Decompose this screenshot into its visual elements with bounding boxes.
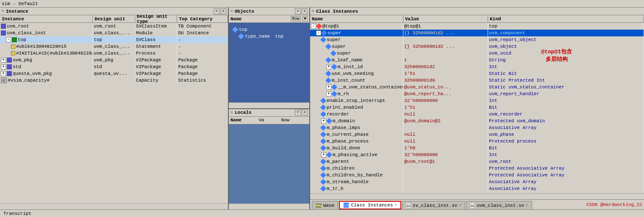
table-row[interactable]: #INITIAL#15(#ublk#130048228#15) uvm_clas… [0,50,228,57]
locals-col-header: Name Va Now [229,117,309,124]
objects-panel-btn-attach[interactable]: + [295,8,301,14]
tree-expand-plus[interactable]: + [321,118,326,124]
tree-expand-plus[interactable]: + [1,71,6,76]
unit-type: Module [135,30,178,36]
table-row[interactable]: print_enabled 1'h1 Bit [310,104,644,111]
design-unit: uvm_class_... [93,43,135,50]
top-category: Statistics [177,77,228,84]
ci-name: + m_inst_id [310,63,403,70]
objects-panel-btn-close[interactable]: × [302,8,308,14]
table-row[interactable]: super {} 32h000001d2 ... uvm_object [310,43,644,50]
table-row[interactable]: m_phase_process null Protected process [310,138,644,145]
table-row[interactable]: m_children Protected Associative Array [310,165,644,172]
tab-class-instances[interactable]: CI Class Instances × [339,201,401,209]
locals-panel-titlebar: ≡ Locals + × [229,109,309,117]
list-item[interactable]: type_name top [232,33,306,40]
tree-expand-minus[interactable]: - [311,24,316,29]
table-row[interactable]: m_children_by_handle Protected Associati… [310,172,644,179]
tree-expand-plus[interactable]: + [1,64,6,69]
table-row[interactable]: uvm_class_inst uvm_class_... Module DU I… [0,30,228,36]
ci-kind: Int [488,63,644,70]
table-row[interactable]: - @top@1 @top@1 top [310,23,644,30]
obj-name: type_name [245,34,270,39]
instance-panel-btn-attach[interactable]: + [214,8,219,14]
ci-name: super [310,43,403,50]
table-row[interactable]: m_phase_imps Associative Array [310,124,644,131]
tree-expand-minus[interactable]: - [316,30,321,36]
ci-kind: Associative Array [488,124,644,131]
locals-btn-attach[interactable]: + [295,110,301,115]
table-row[interactable]: + questa_uvm_pkg questa_uv... VIPackage … [0,70,228,77]
table-row[interactable]: use_uvm_seeding 1'h1 Static Bit [310,70,644,77]
objects-now-btn[interactable]: Now [291,16,301,22]
table-row[interactable]: enable_stop_interrupt 32'h00000000 Int [310,97,644,104]
ci-kind: uvm_phase [488,131,644,138]
locals-hscroll[interactable] [229,203,309,209]
ci-name: print_enabled [310,104,403,111]
objects-filter-btn[interactable]: ▼ [303,16,308,22]
table-row[interactable]: m_current_phase null uvm_phase [310,131,644,138]
obj-name: top [239,27,247,32]
table-row[interactable]: + std std VIPackage Package [0,63,228,70]
tree-expand-plus[interactable]: + [326,91,331,96]
instance-panel-btn-close[interactable]: × [220,8,226,14]
instance-column-header: Instance Design unit Design unit type To… [0,15,228,23]
tree-expand-plus[interactable]: + [326,85,331,90]
instance-name: C #vsim_capacity# [0,77,93,84]
table-row[interactable]: - top top SVClass - [0,36,228,43]
table-row[interactable]: + m_phasing_active 32'h00000000 Int [310,151,644,158]
ci-kind: Static Protected Int [488,77,644,84]
uvm-class-tab-close[interactable]: × [526,203,528,208]
class-instances-tab-close[interactable]: × [394,203,397,207]
tree-expand-plus[interactable]: + [321,152,326,157]
table-row[interactable]: recorder null uvm_recorder [310,111,644,118]
ci-name: - @top@1 [310,23,403,30]
table-row[interactable]: #ublk#130048228#15 uvm_class_... Stateme… [0,43,228,50]
locals-btn-close[interactable]: × [302,110,308,115]
ci-kind: Protected Associative Array [488,165,644,172]
ci-kind: Protected process [488,138,644,145]
tree-expand-plus[interactable]: + [1,58,6,63]
table-row[interactable]: m_inst_count 32h000001d9 Static Protecte… [310,77,644,84]
table-row[interactable]: + uvm_pkg uvm_pkg VIPackage Package [0,57,228,63]
objects-hscroll[interactable] [229,102,309,108]
ci-value: @top@1 [403,23,488,30]
instance-hscroll[interactable] [0,203,228,209]
watermark: CSDN @Hardworking_IC [586,202,642,207]
table-row[interactable]: + m_domain @uvm_domain@2 Protected uvm_d… [310,118,644,124]
instance-name: uvm_class_inst [0,30,93,36]
table-row[interactable]: + m_rh @uvm_report_ha... uvm_report_hand… [310,91,644,97]
sv-class-tab-close[interactable]: × [459,203,461,208]
tree-expand-plus[interactable]: + [326,64,331,69]
table-row[interactable]: + __m_uvm_status_container @uvm_status_c… [310,84,644,91]
tree-expand-minus[interactable]: - [6,37,11,42]
table-row[interactable]: m_stream_handle Associative Array [310,179,644,185]
table-row[interactable]: m_leaf_name t String [310,57,644,63]
table-row[interactable]: m_tr_h Associative Array [310,185,644,192]
instance-name: uvm_root [0,23,93,30]
table-row[interactable]: + m_inst_id 32h000001d2 Int [310,63,644,70]
table-row[interactable]: - super {} 32h000001d2 ... uvm_component [310,30,644,36]
objects-tree: top type_name top [229,23,309,102]
table-row[interactable]: uvm_root uvm_root SVClassItem TB Compone… [0,23,228,30]
list-item[interactable]: top [232,26,306,33]
ci-value: {} 32h000001d2 ... [403,30,488,36]
ci-kind: uvm_report_handler [488,91,644,97]
tab-wave[interactable]: Wave [312,201,338,209]
ci-hscroll[interactable] [310,193,644,199]
unit-type: VIPackage [135,70,178,77]
instance-name: + uvm_pkg [0,57,93,63]
tab-sv-class[interactable]: sv sv_class_inst.sv × [402,201,465,209]
ci-value: 1'h0 [403,145,488,151]
table-row[interactable]: super uvm_void [310,50,644,57]
table-row[interactable]: m_build_done 1'h0 Bit [310,145,644,151]
sv-class-tab-label: sv_class_inst.sv [413,203,458,208]
table-row[interactable]: super uvm_report_object [310,36,644,43]
table-row[interactable]: C #vsim_capacity# Capacity Statistics [0,77,228,84]
svg-text:CI: CI [344,203,349,207]
tab-uvm-class[interactable]: sv uvm_class_inst.sv × [466,201,532,209]
ci-kind: top [488,23,644,30]
ci-col-value: Value [403,15,488,22]
sim-title: sim - Default [2,1,38,6]
table-row[interactable]: m_parent @uvm_root@1 uvm_root [310,158,644,165]
